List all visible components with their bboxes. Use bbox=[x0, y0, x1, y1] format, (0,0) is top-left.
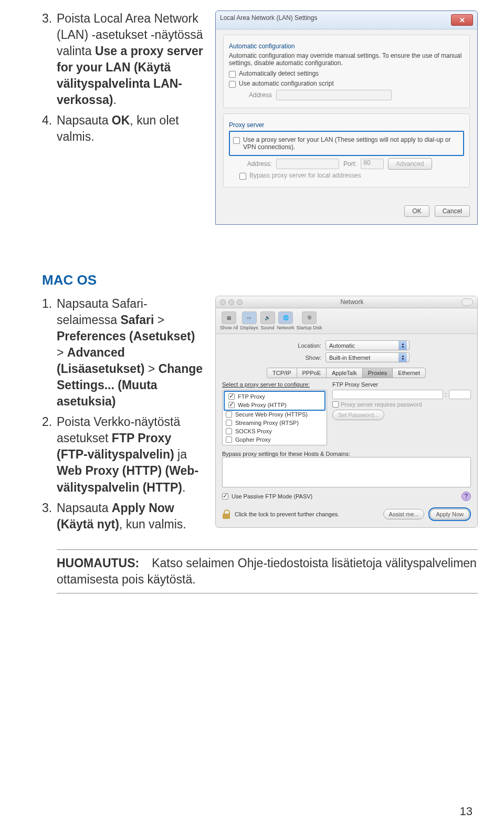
checkbox-icon bbox=[228, 393, 235, 400]
location-popup[interactable]: Automatic ▲▼ bbox=[326, 340, 410, 350]
proxy-gopher[interactable]: Gopher Proxy bbox=[223, 435, 327, 444]
minimize-icon bbox=[228, 299, 234, 305]
address-label: Address bbox=[239, 91, 272, 99]
tab-ethernet[interactable]: Ethernet bbox=[392, 368, 426, 378]
list-num: 1. bbox=[42, 296, 57, 410]
list-body: Napsauta OK, kun olet valmis. bbox=[57, 112, 205, 145]
checkbox-icon bbox=[228, 402, 235, 408]
proxy-address-label: Address: bbox=[239, 160, 272, 168]
ftp-proxy-host-input[interactable] bbox=[332, 390, 443, 399]
tab-pppoe[interactable]: PPPoE bbox=[297, 368, 327, 378]
show-label: Show: bbox=[284, 355, 321, 361]
checkbox-icon bbox=[226, 428, 232, 434]
note-block: HUOMAUTUS:Katso selaimen Ohje-tiedostois… bbox=[57, 549, 478, 593]
close-icon: ✕ bbox=[459, 16, 465, 24]
disk-icon: ⦿ bbox=[302, 311, 317, 324]
list-num: 4. bbox=[42, 112, 57, 145]
proxy-ftp[interactable]: FTP Proxy bbox=[225, 392, 324, 401]
ftp-proxy-port-input[interactable] bbox=[449, 390, 471, 399]
checkbox-icon bbox=[229, 71, 236, 78]
list-num: 2. bbox=[42, 414, 57, 495]
close-button[interactable]: ✕ bbox=[451, 14, 473, 26]
checkbox-icon bbox=[226, 436, 232, 443]
mac-network-dialog: Network ▦Show All ▭Displays 🔊Sound 🌐Netw… bbox=[215, 296, 478, 528]
page-number: 13 bbox=[460, 805, 472, 818]
help-icon[interactable]: ? bbox=[461, 492, 471, 501]
note-label: HUOMAUTUS: bbox=[57, 556, 139, 570]
group-title-auto: Automatic configuration bbox=[229, 43, 464, 50]
list-body: Napsauta Apply Now (Käytä nyt), kun valm… bbox=[57, 500, 205, 533]
select-proxy-label: Select a proxy server to configure: bbox=[222, 381, 327, 388]
checkbox-icon bbox=[239, 173, 246, 180]
grid-icon: ▦ bbox=[222, 311, 236, 324]
toolbar-startup-disk[interactable]: ⦿Startup Disk bbox=[297, 311, 322, 330]
show-popup[interactable]: Built-in Ethernet ▲▼ bbox=[326, 352, 410, 362]
location-label: Location: bbox=[284, 342, 321, 349]
tab-appletalk[interactable]: AppleTalk bbox=[326, 368, 363, 378]
zoom-icon bbox=[237, 299, 243, 305]
instructions-section-2: 1. Napsauta Safari-selaimessa Safari > P… bbox=[42, 296, 205, 537]
group-description: Automatic configuration may override man… bbox=[229, 52, 464, 67]
network-icon: 🌐 bbox=[278, 311, 293, 324]
checkbox-icon bbox=[222, 493, 228, 499]
port-input[interactable]: 80 bbox=[361, 159, 384, 169]
toolbar-show-all[interactable]: ▦Show All bbox=[220, 311, 238, 330]
bypass-label: Bypass proxy settings for these Hosts & … bbox=[222, 451, 471, 457]
set-password-button[interactable]: Set Password... bbox=[332, 410, 384, 420]
proxy-secure[interactable]: Secure Web Proxy (HTTPS) bbox=[223, 410, 327, 419]
traffic-lights[interactable] bbox=[220, 299, 243, 305]
list-body: Poista Verkko-näytöstä asetukset FTP Pro… bbox=[57, 414, 205, 495]
window-titlebar: Network bbox=[216, 296, 477, 308]
checkbox-icon bbox=[229, 81, 236, 88]
close-icon bbox=[220, 299, 226, 305]
requires-password-checkbox[interactable]: Proxy server requires password bbox=[332, 401, 471, 408]
port-label: Port: bbox=[343, 160, 356, 168]
list-body: Poista Local Area Network (LAN) -asetuks… bbox=[57, 11, 205, 108]
auto-script-checkbox[interactable]: Use automatic configuration script bbox=[229, 80, 464, 88]
toolbar-sound[interactable]: 🔊Sound bbox=[260, 311, 275, 330]
sound-icon: 🔊 bbox=[260, 311, 275, 324]
lock-icon[interactable] bbox=[222, 509, 230, 519]
checkbox-icon bbox=[233, 137, 240, 144]
group-title-proxy: Proxy server bbox=[229, 121, 464, 129]
bypass-local-checkbox[interactable]: Bypass proxy server for local addresses bbox=[229, 172, 464, 180]
proxy-socks[interactable]: SOCKS Proxy bbox=[223, 427, 327, 435]
lock-hint: Click the lock to prevent further change… bbox=[235, 511, 379, 517]
highlighted-proxy-rows: FTP Proxy Web Proxy (HTTP) bbox=[224, 391, 326, 411]
list-num: 3. bbox=[42, 11, 57, 108]
assist-button[interactable]: Assist me... bbox=[383, 509, 425, 519]
highlighted-proxy-option: Use a proxy server for your LAN (These s… bbox=[229, 131, 464, 156]
list-body: Napsauta Safari-selaimessa Safari > Pref… bbox=[57, 296, 205, 410]
arrows-icon: ▲▼ bbox=[398, 353, 407, 362]
ok-button[interactable]: OK bbox=[404, 205, 429, 217]
script-address-input[interactable] bbox=[276, 90, 392, 100]
checkbox-icon bbox=[226, 420, 232, 426]
proxy-streaming[interactable]: Streaming Proxy (RTSP) bbox=[223, 419, 327, 427]
advanced-button[interactable]: Advanced bbox=[388, 158, 432, 170]
auto-detect-checkbox[interactable]: Automatically detect settings bbox=[229, 70, 464, 78]
preferences-toolbar: ▦Show All ▭Displays 🔊Sound 🌐Network ⦿Sta… bbox=[216, 308, 477, 334]
use-proxy-checkbox[interactable]: Use a proxy server for your LAN (These s… bbox=[233, 136, 460, 151]
ftp-server-label: FTP Proxy Server bbox=[332, 381, 471, 388]
checkbox-icon bbox=[226, 411, 232, 418]
list-num: 3. bbox=[42, 500, 57, 533]
tab-proxies[interactable]: Proxies bbox=[362, 368, 393, 378]
tab-bar: TCP/IP PPPoE AppleTalk Proxies Ethernet bbox=[222, 368, 471, 378]
window-title: Network bbox=[340, 298, 363, 306]
bypass-hosts-textarea[interactable] bbox=[222, 457, 471, 487]
display-icon: ▭ bbox=[242, 311, 257, 324]
proxy-address-input[interactable] bbox=[276, 159, 339, 169]
proxy-list: FTP Proxy Web Proxy (HTTP) Secure Web Pr… bbox=[222, 390, 327, 445]
pasv-checkbox[interactable]: Use Passive FTP Mode (PASV) bbox=[232, 493, 312, 499]
toolbar-toggle-icon[interactable] bbox=[461, 298, 473, 306]
arrows-icon: ▲▼ bbox=[398, 341, 407, 350]
toolbar-network[interactable]: 🌐Network bbox=[277, 311, 295, 330]
windows-lan-settings-dialog: Local Area Network (LAN) Settings ✕ Auto… bbox=[215, 11, 478, 225]
tab-tcpip[interactable]: TCP/IP bbox=[267, 368, 297, 378]
toolbar-displays[interactable]: ▭Displays bbox=[240, 311, 258, 330]
window-title: Local Area Network (LAN) Settings bbox=[220, 14, 317, 22]
apply-now-button[interactable]: Apply Now bbox=[430, 509, 469, 519]
proxy-web[interactable]: Web Proxy (HTTP) bbox=[225, 401, 324, 409]
cancel-button[interactable]: Cancel bbox=[435, 205, 470, 217]
window-titlebar: Local Area Network (LAN) Settings ✕ bbox=[216, 11, 477, 29]
